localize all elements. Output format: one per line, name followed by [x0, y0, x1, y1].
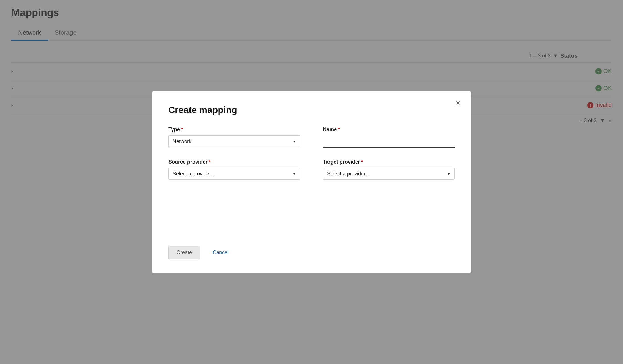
type-label: Type *	[168, 127, 300, 133]
create-button[interactable]: Create	[168, 246, 200, 259]
source-provider-field-group: Source provider * Select a provider...	[168, 159, 300, 180]
required-star: *	[209, 160, 210, 165]
target-provider-field-group: Target provider * Select a provider...	[323, 159, 455, 180]
source-provider-select[interactable]: Select a provider...	[168, 168, 300, 180]
type-field-group: Type * Network Storage	[168, 127, 300, 148]
type-select-wrapper: Network Storage	[168, 135, 300, 147]
type-select[interactable]: Network Storage	[168, 135, 300, 147]
target-provider-select[interactable]: Select a provider...	[323, 168, 455, 180]
source-provider-label: Source provider *	[168, 159, 300, 165]
target-provider-select-wrapper: Select a provider...	[323, 168, 455, 180]
modal-overlay: × Create mapping Type * Network Storage …	[0, 0, 623, 364]
required-star: *	[338, 127, 340, 132]
form-row-providers: Source provider * Select a provider... T…	[168, 159, 455, 180]
required-star: *	[361, 160, 363, 165]
required-star: *	[181, 127, 183, 132]
source-provider-select-wrapper: Select a provider...	[168, 168, 300, 180]
cancel-button[interactable]: Cancel	[207, 246, 234, 259]
close-button[interactable]: ×	[456, 99, 460, 107]
create-mapping-modal: × Create mapping Type * Network Storage …	[152, 91, 471, 273]
modal-footer: Create Cancel	[168, 232, 455, 259]
target-provider-label: Target provider *	[323, 159, 455, 165]
modal-title: Create mapping	[168, 105, 455, 115]
name-input[interactable]	[323, 135, 455, 148]
form-row-type-name: Type * Network Storage Name *	[168, 127, 455, 148]
name-field-group: Name *	[323, 127, 455, 148]
name-label: Name *	[323, 127, 455, 133]
